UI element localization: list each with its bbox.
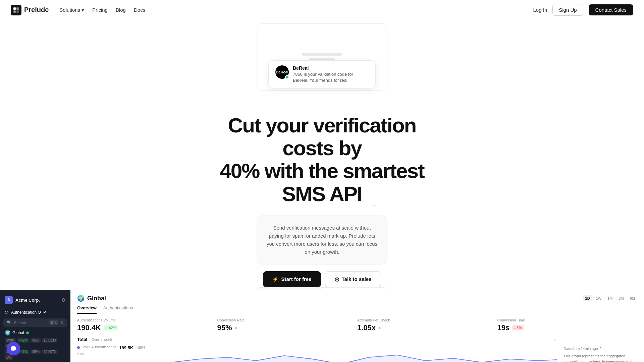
- talk-sales-button[interactable]: ◎ Talk to sales: [325, 271, 381, 287]
- total-sublabel: Over a week: [92, 338, 112, 342]
- time-filter-1d[interactable]: 1D: [583, 295, 592, 301]
- total-info: Total Over a week: [77, 336, 112, 342]
- card-line: [302, 53, 342, 56]
- sub-stat-conv: 95%: [31, 350, 41, 354]
- stat-conv-time-label: Conversion Time: [497, 318, 631, 322]
- globe-icon: 🌍: [77, 295, 85, 302]
- nav-actions: Log In Sign Up Contact Sales: [533, 4, 633, 16]
- stat-conv-time-values: 19s - 5%: [497, 323, 631, 332]
- tab-overview[interactable]: Overview: [77, 305, 97, 314]
- lightning-icon: ⚡: [272, 276, 279, 282]
- bereal-name: BeReal: [293, 65, 369, 71]
- dashboard-main: 🌍 Global 1D 1W 1M 2M 6M Overview Authent…: [70, 290, 644, 362]
- valid-auth-pct: 100%: [136, 346, 145, 350]
- chart-area: 2.2K 1.7K: [77, 352, 557, 362]
- dash-tabs: Overview Authentications: [77, 305, 637, 314]
- valid-auth-value: 189.5K: [119, 345, 133, 350]
- nav-solutions[interactable]: Solutions ▾: [59, 7, 84, 13]
- svg-rect-1: [16, 7, 19, 10]
- chart-legend-dot: [77, 346, 80, 349]
- logo-text: Prelude: [24, 6, 49, 14]
- hero-section: Cut your verification costs by 40% with …: [205, 107, 439, 216]
- sub-stat-fraud: 6%: [5, 355, 13, 360]
- stat-change-pct: +42%: [17, 338, 29, 343]
- chat-widget[interactable]: [7, 342, 20, 355]
- eye-icon: ◎: [335, 276, 339, 282]
- sort-icon[interactable]: ⇅: [61, 320, 64, 325]
- svg-rect-0: [13, 7, 16, 10]
- stat-auth-volume-label: Authentications Volume: [77, 318, 211, 322]
- navbar: Prelude Solutions ▾ Pricing Blog Docs Lo…: [0, 0, 644, 20]
- stat-attempts-label: Attempts Per Check: [357, 318, 491, 322]
- online-dot: [285, 75, 289, 79]
- region-global-name: Global: [12, 330, 24, 335]
- chevron-down-icon: ▾: [82, 7, 84, 13]
- dash-title: 🌍 Global: [77, 295, 106, 302]
- stat-conversion-label: Conversion Rate: [217, 318, 351, 322]
- nav-pricing[interactable]: Pricing: [92, 7, 108, 13]
- time-filter-6m[interactable]: 6M: [628, 295, 637, 301]
- data-note: Data from 14min ago ↻: [564, 346, 637, 351]
- stat-auth-volume-value: 190.4K: [77, 323, 101, 332]
- signup-button[interactable]: Sign Up: [552, 4, 583, 16]
- sidebar-item-auth-otp[interactable]: ◎ Authentication OTP: [0, 307, 70, 317]
- dashboard-overlay: A Acme Corp. ⚙ ◎ Authentication OTP 🔍 Se…: [0, 290, 644, 362]
- description-text: Send verification messages at scale with…: [266, 224, 378, 256]
- logo-icon: [11, 5, 21, 15]
- time-filter-2m[interactable]: 2M: [616, 295, 626, 301]
- sidebar-header: A Acme Corp. ⚙: [0, 294, 70, 307]
- total-row: Total Over a week ⌄: [77, 336, 557, 342]
- chart-y-max: 2.2K: [77, 352, 84, 356]
- stat-attempts-value: 1.05x: [357, 323, 376, 332]
- nav-docs[interactable]: Docs: [134, 7, 145, 13]
- logo[interactable]: Prelude: [11, 5, 49, 15]
- stat-conversion-equals: =: [235, 325, 237, 330]
- valid-auth-label: Valid Authentications: [83, 345, 116, 349]
- stat-auth-volume-change: + 42%: [104, 325, 118, 330]
- stat-conversion: Conversion Rate 95% =: [217, 318, 358, 332]
- search-icon: 🔍: [7, 320, 11, 325]
- time-filter-1w[interactable]: 1W: [594, 295, 604, 301]
- bereal-avatar: BeReal: [275, 65, 289, 79]
- dash-header: 🌍 Global 1D 1W 1M 2M 6M: [77, 295, 637, 302]
- stat-auth-volume-values: 190.4K + 42%: [77, 323, 211, 332]
- refresh-icon[interactable]: ↻: [599, 346, 602, 351]
- chart-right: Data from 14min ago ↻ This graph represe…: [564, 336, 637, 362]
- contact-sales-button[interactable]: Contact Sales: [589, 4, 633, 15]
- stat-cost: £0.0133: [42, 338, 57, 343]
- stat-conv-time-value: 19s: [497, 323, 510, 332]
- total-label: Total: [77, 337, 87, 342]
- settings-icon[interactable]: ⚙: [61, 297, 66, 303]
- active-dot: [26, 331, 29, 334]
- chart-left: Total Over a week ⌄ Valid Authentication…: [77, 336, 557, 362]
- hero-title: Cut your verification costs by 40% with …: [205, 114, 439, 205]
- company-avatar: A: [5, 296, 13, 304]
- svg-rect-3: [16, 10, 19, 13]
- time-filter-1m[interactable]: 1M: [605, 295, 615, 301]
- bereal-content: BeReal 7860 is your validation code for …: [293, 65, 369, 83]
- cta-row: ⚡ Start for free ◎ Talk to sales: [263, 271, 381, 287]
- bereal-message: 7860 is your validation code for BeReal.…: [293, 71, 369, 83]
- time-filters: 1D 1W 1M 2M 6M: [583, 295, 637, 301]
- card-lines: [302, 53, 342, 61]
- start-free-button[interactable]: ⚡ Start for free: [263, 271, 321, 287]
- nav-blog[interactable]: Blog: [116, 7, 126, 13]
- sidebar-region-global[interactable]: 🌍 Global: [0, 328, 70, 338]
- tab-authentications[interactable]: Authentications: [103, 305, 133, 314]
- login-button[interactable]: Log In: [533, 7, 547, 13]
- main-content: BeReal BeReal 7860 is your validation co…: [0, 0, 644, 317]
- auth-icon: ◎: [5, 310, 8, 315]
- chart-section: Total Over a week ⌄ Valid Authentication…: [77, 336, 637, 362]
- stats-row: Authentications Volume 190.4K + 42% Conv…: [77, 318, 637, 332]
- stat-conversion-value: 95%: [217, 323, 232, 332]
- stat-conversion: 95%: [31, 338, 41, 343]
- svg-marker-4: [87, 355, 557, 362]
- sidebar-company: A Acme Corp.: [5, 296, 40, 304]
- search-placeholder: Search: [14, 321, 46, 325]
- stat-attempts: Attempts Per Check 1.05x =: [357, 318, 497, 332]
- svg-rect-2: [13, 10, 16, 13]
- description-card: Send verification messages at scale with…: [257, 216, 387, 264]
- total-expand-button[interactable]: ⌄: [553, 337, 557, 342]
- sidebar-search[interactable]: 🔍 Search ⌘ K ⇅: [3, 318, 67, 327]
- stat-conv-time: Conversion Time 19s - 5%: [497, 318, 638, 332]
